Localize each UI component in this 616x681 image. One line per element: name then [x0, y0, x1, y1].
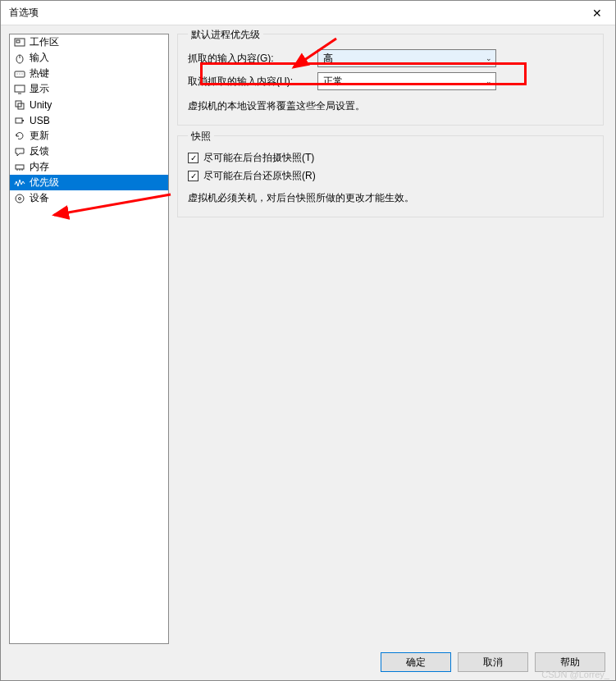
priority-icon — [13, 176, 26, 190]
sidebar-item-label: 热键 — [30, 66, 49, 80]
close-button[interactable]: ✕ — [578, 1, 615, 25]
feedback-icon — [13, 145, 26, 158]
sidebar-item-hotkey[interactable]: 热键 — [10, 66, 168, 81]
bg-take-label: 尽可能在后台拍摄快照(T) — [203, 151, 314, 165]
grabbed-input-value: 高 — [323, 52, 333, 66]
svg-point-5 — [17, 73, 18, 74]
sidebar-item-label: 更新 — [30, 129, 49, 143]
svg-rect-8 — [15, 85, 25, 92]
priority-group: 默认进程优先级 抓取的输入内容(G): 高 ⌄ 取消抓取的输入内容(U): 正常 — [177, 34, 604, 126]
dialog-footer: 确定 取消 帮助 — [1, 644, 615, 680]
sidebar-item-display[interactable]: 显示 — [10, 81, 168, 97]
snapshot-group: 快照 ✓ 尽可能在后台拍摄快照(T) ✓ 尽可能在后台还原快照(R) 虚拟机必须… — [177, 135, 604, 217]
svg-rect-1 — [16, 40, 20, 43]
ungrabbed-input-value: 正常 — [323, 75, 343, 89]
sidebar-item-label: Unity — [30, 99, 52, 111]
snapshot-hint: 虚拟机必须关机，对后台快照所做的更改才能生效。 — [188, 191, 593, 205]
grabbed-input-combo[interactable]: 高 ⌄ — [317, 49, 496, 67]
sidebar-item-update[interactable]: 更新 — [10, 128, 168, 144]
sidebar-item-priority[interactable]: 优先级 — [10, 175, 168, 190]
svg-point-18 — [16, 194, 24, 203]
close-icon: ✕ — [592, 7, 602, 20]
svg-point-6 — [20, 73, 21, 74]
ungrabbed-input-label: 取消抓取的输入内容(U): — [188, 75, 311, 89]
priority-group-title: 默认进程优先级 — [188, 28, 263, 42]
priority-hint: 虚拟机的本地设置将覆盖这些全局设置。 — [188, 99, 593, 113]
sidebar-item-input[interactable]: 输入 — [10, 50, 168, 66]
svg-rect-13 — [22, 120, 24, 121]
usb-icon — [13, 114, 26, 127]
sidebar-item-workspace[interactable]: 工作区 — [10, 34, 168, 50]
sidebar-item-label: 内存 — [30, 160, 49, 174]
sidebar-item-label: 反馈 — [30, 144, 49, 158]
sidebar-item-device[interactable]: 设备 — [10, 190, 168, 206]
input-icon — [13, 52, 26, 65]
ok-button[interactable]: 确定 — [381, 652, 451, 672]
ungrabbed-input-combo[interactable]: 正常 ⌄ — [317, 72, 496, 90]
display-icon — [13, 83, 26, 96]
bg-restore-label: 尽可能在后台还原快照(R) — [203, 169, 316, 183]
sidebar-item-unity[interactable]: Unity — [10, 97, 168, 112]
unity-icon — [13, 98, 26, 112]
update-icon — [13, 130, 26, 143]
window-title: 首选项 — [9, 6, 39, 20]
sidebar-item-label: 输入 — [30, 51, 49, 65]
memory-icon — [13, 161, 26, 174]
titlebar: 首选项 ✕ — [1, 1, 615, 25]
sidebar-item-label: USB — [30, 115, 50, 126]
preferences-dialog: 首选项 ✕ 工作区 输入 热键 — [0, 0, 616, 681]
bg-restore-row: ✓ 尽可能在后台还原快照(R) — [188, 167, 593, 185]
bg-restore-checkbox[interactable]: ✓ — [188, 171, 198, 181]
bg-take-checkbox[interactable]: ✓ — [188, 153, 198, 163]
main-panel: 默认进程优先级 抓取的输入内容(G): 高 ⌄ 取消抓取的输入内容(U): 正常 — [177, 34, 607, 644]
cancel-button[interactable]: 取消 — [458, 652, 528, 672]
grabbed-input-row: 抓取的输入内容(G): 高 ⌄ — [188, 47, 593, 70]
chevron-down-icon: ⌄ — [486, 77, 492, 85]
hotkey-icon — [13, 67, 26, 80]
workspace-icon — [13, 36, 26, 49]
chevron-down-icon: ⌄ — [486, 54, 492, 62]
svg-point-7 — [22, 73, 23, 74]
ungrabbed-input-row: 取消抓取的输入内容(U): 正常 ⌄ — [188, 70, 593, 93]
sidebar-item-label: 设备 — [30, 191, 49, 205]
svg-rect-14 — [16, 165, 24, 169]
sidebar-item-label: 优先级 — [30, 176, 59, 190]
sidebar-item-usb[interactable]: USB — [10, 112, 168, 128]
snapshot-group-title: 快照 — [188, 130, 214, 144]
sidebar-item-label: 显示 — [30, 82, 49, 96]
svg-rect-12 — [16, 118, 22, 123]
category-sidebar: 工作区 输入 热键 显示 — [9, 34, 169, 644]
sidebar-item-label: 工作区 — [30, 35, 59, 49]
svg-point-19 — [19, 197, 21, 199]
sidebar-item-feedback[interactable]: 反馈 — [10, 144, 168, 159]
bg-take-row: ✓ 尽可能在后台拍摄快照(T) — [188, 149, 593, 167]
watermark: CSDN @Lorrey_ — [541, 670, 609, 679]
sidebar-item-memory[interactable]: 内存 — [10, 159, 168, 175]
content-area: 工作区 输入 热键 显示 — [1, 25, 615, 644]
grabbed-input-label: 抓取的输入内容(G): — [188, 52, 311, 66]
device-icon — [13, 192, 26, 205]
